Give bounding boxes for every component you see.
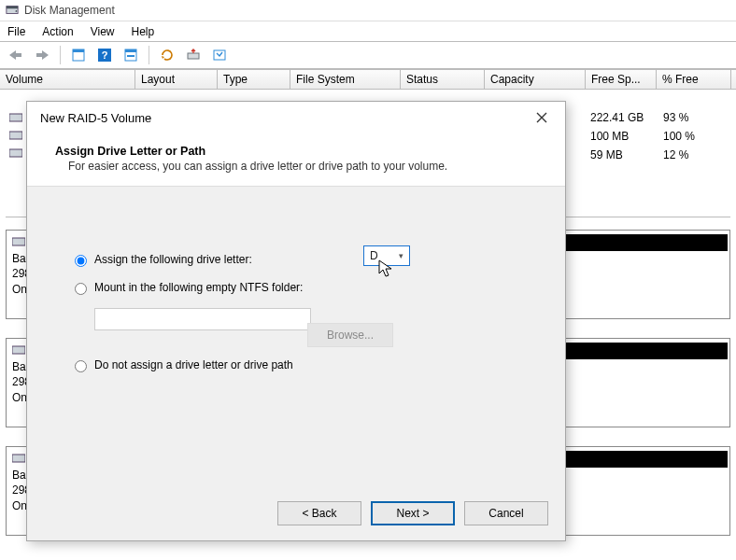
svg-rect-17 [12,238,25,245]
nav-forward-icon[interactable] [30,44,54,66]
col-status[interactable]: Status [401,70,485,89]
menu-file[interactable]: File [7,25,25,38]
cell-pct: 100 % [659,130,715,148]
drive-letter-select[interactable]: D ▾ [363,245,410,266]
col-volume[interactable]: Volume [0,70,135,89]
volume-columns: Volume Layout Type File System Status Ca… [0,69,736,90]
volume-row[interactable]: 59 MB 12 % [587,148,736,167]
svg-rect-10 [125,49,136,52]
dialog-subheading: For easier access, you can assign a driv… [55,160,537,173]
cell-pct: 93 % [659,111,715,130]
radio-assign[interactable] [75,255,87,267]
next-button[interactable]: Next > [371,501,455,525]
col-free[interactable]: Free Sp... [586,70,657,89]
dialog-titlebar: New RAID-5 Volume [27,102,565,133]
col-layout[interactable]: Layout [135,70,218,89]
toolbar-properties-icon[interactable] [66,44,91,66]
menu-help[interactable]: Help [132,25,155,38]
volume-icon [9,130,26,141]
disk-label: On [12,499,27,512]
browse-button: Browse... [307,323,393,347]
svg-rect-4 [36,53,42,57]
nav-back-icon[interactable] [4,44,28,66]
svg-text:?: ? [102,49,108,61]
col-capacity[interactable]: Capacity [485,70,586,89]
col-pctfree[interactable]: % Free [657,70,731,89]
disk-icon [12,236,25,247]
svg-rect-6 [73,49,84,52]
cell-free: 100 MB [587,130,659,148]
volume-icon [9,112,26,123]
svg-rect-11 [127,55,134,57]
disk-label: On [12,283,27,296]
drive-letter-value: D [370,249,378,262]
toolbar-refresh-icon[interactable] [155,44,179,66]
col-filesystem[interactable]: File System [290,70,401,89]
dialog-heading: Assign Drive Letter or Path [55,145,537,158]
window-titlebar: Disk Management [0,0,736,21]
svg-point-2 [16,10,18,12]
toolbar-rescan-icon[interactable] [181,44,205,66]
volume-icon [9,147,26,159]
window-title: Disk Management [24,4,115,17]
dialog-header: Assign Drive Letter or Path For easier a… [27,133,565,187]
mount-folder-input[interactable] [94,308,311,330]
option-label: Mount in the following empty NTFS folder… [94,281,303,294]
disk-icon [12,453,25,464]
chevron-down-icon: ▾ [399,251,403,260]
option-mount-folder[interactable]: Mount in the following empty NTFS folder… [70,280,541,295]
volume-rows: 222.41 GB 93 % 100 MB 100 % 59 MB 12 % [587,111,736,167]
dialog-buttons: < Back Next > Cancel [277,501,548,525]
option-label: Do not assign a drive letter or drive pa… [94,358,293,371]
wizard-dialog: New RAID-5 Volume Assign Drive Letter or… [26,101,566,541]
option-assign-letter[interactable]: Assign the following drive letter: [70,252,541,267]
menu-bar: File Action View Help [0,21,736,41]
back-button[interactable]: < Back [277,501,361,525]
toolbar: ? [0,41,736,69]
radio-none[interactable] [75,360,87,372]
dialog-title: New RAID-5 Volume [40,111,151,125]
svg-rect-12 [188,53,199,59]
volume-row[interactable]: 100 MB 100 % [587,130,736,148]
disk-label: On [12,391,27,404]
svg-rect-18 [12,346,25,354]
svg-rect-1 [7,7,18,9]
cell-free: 59 MB [587,148,659,167]
disk-icon [12,344,25,356]
cell-pct: 12 % [659,148,715,167]
radio-mount[interactable] [75,283,87,295]
option-no-assign[interactable]: Do not assign a drive letter or drive pa… [70,357,541,372]
cell-free: 222.41 GB [587,111,659,130]
menu-view[interactable]: View [91,25,115,38]
close-icon [536,112,547,123]
cancel-button[interactable]: Cancel [464,501,548,525]
svg-rect-16 [9,149,22,157]
app-icon [6,4,19,17]
svg-rect-19 [12,455,25,462]
menu-action[interactable]: Action [42,25,73,38]
toolbar-view-icon[interactable] [119,44,143,66]
volume-row[interactable]: 222.41 GB 93 % [587,111,736,130]
col-type[interactable]: Type [218,70,290,89]
toolbar-help-icon[interactable]: ? [92,44,117,66]
toolbar-settings-icon[interactable] [207,44,232,66]
close-button[interactable] [528,106,556,129]
option-label: Assign the following drive letter: [94,253,252,266]
svg-rect-15 [9,132,22,139]
svg-rect-14 [9,114,22,121]
svg-rect-3 [16,53,21,57]
